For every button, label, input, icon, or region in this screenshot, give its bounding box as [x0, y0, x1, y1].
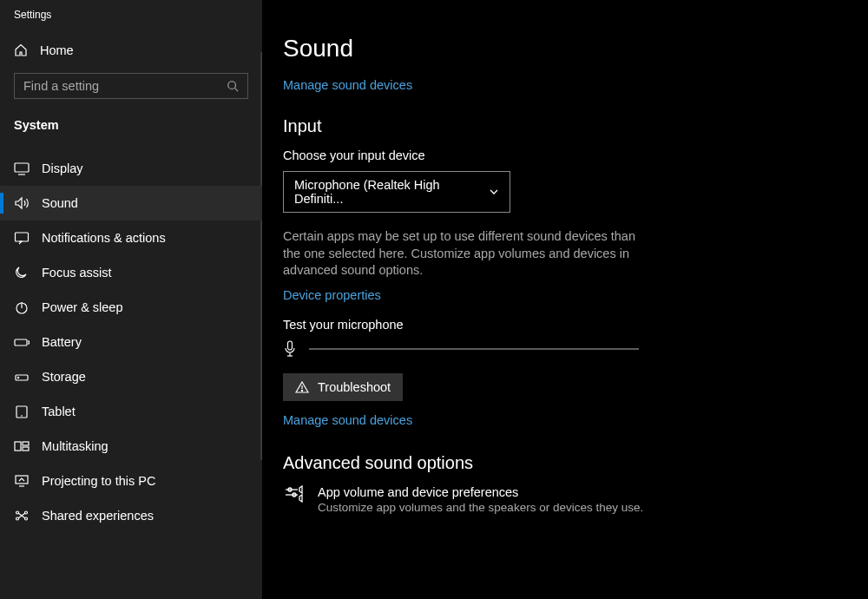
multitasking-icon [14, 439, 30, 453]
svg-rect-16 [288, 341, 293, 350]
svg-rect-10 [23, 447, 29, 451]
input-device-selected: Microphone (Realtek High Definiti... [294, 178, 482, 206]
nav-list: Display Sound Notifications & actions Fo… [0, 151, 262, 533]
search-icon [227, 80, 239, 92]
nav-item-tablet[interactable]: Tablet [0, 394, 262, 429]
nav-item-projecting[interactable]: Projecting to this PC [0, 464, 262, 498]
adv-item-desc: Customize app volumes and the speakers o… [318, 501, 643, 514]
display-icon [14, 161, 30, 175]
notifications-icon [14, 231, 30, 245]
svg-point-17 [301, 390, 302, 391]
svg-rect-9 [23, 442, 29, 445]
troubleshoot-label: Troubleshoot [318, 380, 391, 394]
nav-label: Power & sleep [42, 300, 123, 314]
advanced-heading: Advanced sound options [283, 453, 868, 473]
svg-rect-1 [15, 163, 29, 172]
nav-label: Tablet [42, 405, 76, 418]
manage-sound-devices-link-2[interactable]: Manage sound devices [283, 413, 868, 427]
storage-icon [14, 370, 30, 384]
input-description: Certain apps may be set up to use differ… [283, 228, 656, 280]
svg-point-12 [16, 511, 19, 514]
mic-level-bar [309, 348, 639, 350]
input-device-dropdown[interactable]: Microphone (Realtek High Definiti... [283, 171, 510, 213]
nav-item-battery[interactable]: Battery [0, 325, 262, 359]
nav-item-sound[interactable]: Sound [0, 186, 262, 221]
search-input[interactable]: Find a setting [14, 73, 248, 99]
nav-label: Storage [42, 370, 86, 384]
svg-point-13 [16, 517, 19, 520]
svg-rect-4 [15, 339, 27, 346]
nav-item-storage[interactable]: Storage [0, 359, 262, 394]
home-icon [14, 43, 28, 57]
nav-item-power-sleep[interactable]: Power & sleep [0, 290, 262, 325]
app-title: Settings [0, 0, 262, 35]
nav-item-shared-experiences[interactable]: Shared experiences [0, 498, 262, 533]
nav-label: Multitasking [42, 439, 108, 453]
shared-experiences-icon [14, 509, 30, 523]
home-label: Home [40, 43, 74, 57]
app-root: Settings Home Find a setting System Disp… [0, 0, 868, 599]
nav-label: Battery [42, 335, 82, 349]
adv-text: App volume and device preferences Custom… [318, 485, 643, 514]
home-nav[interactable]: Home [0, 35, 262, 66]
svg-point-0 [228, 82, 236, 89]
svg-point-14 [25, 511, 28, 514]
test-mic-label: Test your microphone [283, 318, 868, 332]
choose-input-label: Choose your input device [283, 148, 868, 162]
app-volume-preferences[interactable]: App volume and device preferences Custom… [283, 485, 868, 514]
power-icon [14, 300, 30, 314]
svg-point-6 [17, 377, 18, 378]
device-properties-link[interactable]: Device properties [283, 288, 868, 302]
nav-label: Projecting to this PC [42, 474, 155, 488]
nav-label: Display [42, 161, 83, 175]
page-title: Sound [283, 35, 868, 63]
adv-item-title: App volume and device preferences [318, 485, 643, 499]
svg-rect-2 [16, 233, 29, 241]
sound-icon [14, 196, 30, 210]
mic-test-row [283, 340, 868, 358]
warning-icon [295, 380, 309, 394]
svg-point-15 [25, 517, 28, 520]
nav-item-multitasking[interactable]: Multitasking [0, 429, 262, 464]
tablet-icon [14, 405, 30, 418]
nav-label: Shared experiences [42, 509, 154, 523]
nav-label: Notifications & actions [42, 231, 166, 245]
content: Sound Manage sound devices Input Choose … [262, 0, 868, 599]
nav-label: Focus assist [42, 266, 112, 280]
nav-item-notifications[interactable]: Notifications & actions [0, 221, 262, 255]
troubleshoot-button[interactable]: Troubleshoot [283, 373, 403, 401]
sliders-icon [283, 485, 304, 504]
nav-label: Sound [42, 196, 78, 210]
search-placeholder: Find a setting [23, 79, 99, 93]
sidebar: Settings Home Find a setting System Disp… [0, 0, 262, 599]
battery-icon [14, 335, 30, 349]
input-heading: Input [283, 116, 868, 136]
microphone-icon [283, 340, 297, 358]
focus-assist-icon [14, 266, 30, 280]
svg-rect-8 [15, 442, 21, 451]
nav-item-focus-assist[interactable]: Focus assist [0, 255, 262, 290]
projecting-icon [14, 474, 30, 488]
chevron-down-icon [489, 187, 499, 197]
search-wrap: Find a setting [0, 66, 262, 106]
svg-rect-11 [16, 476, 28, 484]
manage-sound-devices-link-1[interactable]: Manage sound devices [283, 78, 868, 92]
nav-item-display[interactable]: Display [0, 151, 262, 186]
section-label: System [0, 106, 262, 151]
